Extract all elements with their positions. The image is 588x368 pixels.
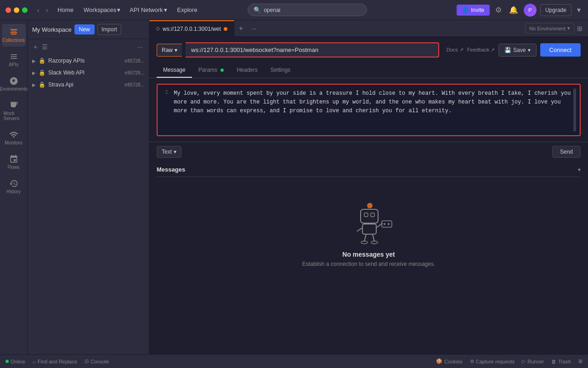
sidebar-item-history[interactable]: History xyxy=(2,175,26,198)
websocket-tab[interactable]: ⊙ ws://127.0.0.1:3001/wet xyxy=(149,20,234,37)
nav-right: 👤 Invite ⚙ 🔔 P Upgrade ▾ xyxy=(457,4,582,17)
svg-rect-4 xyxy=(362,224,376,234)
list-item[interactable]: ▶ 🔒 Razorpay APIs rr85728... xyxy=(28,55,149,67)
sidebar-item-environments[interactable]: Environments xyxy=(2,73,26,95)
add-tab-button[interactable]: + xyxy=(234,24,248,33)
console-button[interactable]: ⊡ Console xyxy=(85,358,109,364)
nav-arrows: ‹ › xyxy=(35,6,50,15)
tab-message[interactable]: Message xyxy=(157,63,192,78)
tab-params[interactable]: Params xyxy=(192,63,231,78)
empty-messages: No messages yet Establish a connection t… xyxy=(157,177,581,276)
traffic-light-yellow[interactable] xyxy=(14,7,19,13)
home-link[interactable]: Home xyxy=(54,5,77,15)
cookies-icon: 🍪 xyxy=(436,358,442,364)
search-bar[interactable]: 🔍 xyxy=(248,4,367,16)
svg-point-8 xyxy=(384,223,385,225)
messages-header: Messages ▾ xyxy=(157,161,581,177)
sidebar-item-collections[interactable]: Collections xyxy=(2,24,26,46)
sidebar-item-monitors[interactable]: Monitors xyxy=(2,126,26,149)
save-button[interactable]: 💾 Save ▾ xyxy=(498,44,536,57)
list-item[interactable]: ▶ 🔒 Strava Api rr85728... xyxy=(28,79,149,91)
request-area: Raw ▾ Docs ↗ Feedback ↗ 💾 Save ▾ Connect xyxy=(149,37,588,63)
trash-button[interactable]: 🗑 Trash xyxy=(551,359,571,364)
more-options-button[interactable]: ··· xyxy=(136,42,144,52)
layout-button[interactable]: ⊞ xyxy=(578,358,582,364)
send-bar: Text ▾ Send xyxy=(149,142,588,161)
explore-link[interactable]: Explore xyxy=(174,5,201,15)
sidebar-item-apis[interactable]: APIs xyxy=(2,48,26,71)
import-button[interactable]: Import xyxy=(97,24,121,35)
settings-button[interactable]: ⚙ xyxy=(493,4,503,16)
sidebar-item-mock-servers[interactable]: Mock Servers xyxy=(2,97,26,125)
collections-panel: My Workspace New Import + ☰ ··· ▶ 🔒 Razo… xyxy=(28,20,149,354)
messages-title: Messages xyxy=(157,166,185,173)
traffic-light-red[interactable] xyxy=(6,7,11,13)
messages-section: Messages ▾ xyxy=(149,161,588,354)
online-dot xyxy=(6,360,9,363)
format-dropdown[interactable]: Text ▾ xyxy=(157,146,181,158)
editor-scrollbar[interactable] xyxy=(573,88,576,132)
messages-collapse-button[interactable]: ▾ xyxy=(578,167,581,173)
runner-button[interactable]: ▷ Runner xyxy=(522,358,544,364)
mock-servers-icon xyxy=(9,101,18,110)
invite-button[interactable]: 👤 Invite xyxy=(457,5,490,16)
svg-point-0 xyxy=(367,203,373,208)
upgrade-chevron[interactable]: ▾ xyxy=(575,4,582,16)
connect-button[interactable]: Connect xyxy=(540,43,581,57)
empty-state-illustration xyxy=(341,196,396,251)
status-online[interactable]: Online xyxy=(6,359,25,364)
svg-rect-7 xyxy=(382,221,392,227)
cookies-button[interactable]: 🍪 Cookies xyxy=(436,358,463,364)
save-icon: 💾 xyxy=(504,47,511,53)
top-nav: ‹ › Home Workspaces ▾ API Network ▾ Expl… xyxy=(0,0,588,20)
svg-line-11 xyxy=(373,234,374,242)
tab-settings[interactable]: Settings xyxy=(264,63,297,78)
env-grid-button[interactable]: ⊞ xyxy=(577,25,582,32)
find-replace-button[interactable]: ⌕ Find and Replace xyxy=(33,359,77,364)
sidebar-icons: Collections APIs Environments Mock Serve… xyxy=(0,20,28,354)
monitors-icon xyxy=(9,130,18,139)
api-network-menu[interactable]: API Network ▾ xyxy=(127,5,170,15)
environments-icon xyxy=(9,76,18,86)
request-tabs: Message Params Headers Settings xyxy=(149,63,588,78)
avatar[interactable]: P xyxy=(524,4,537,17)
websocket-tab-icon: ⊙ xyxy=(156,26,160,32)
add-collection-button[interactable]: + xyxy=(32,42,39,52)
env-dropdown[interactable]: No Environment ▾ xyxy=(525,23,574,34)
sidebar-item-flows[interactable]: Flows xyxy=(2,151,26,173)
main-content: ⊙ ws://127.0.0.1:3001/wet + ··· No Envir… xyxy=(149,20,588,354)
status-bar: Online ⌕ Find and Replace ⊡ Console 🍪 Co… xyxy=(0,354,588,368)
capture-icon: ⊚ xyxy=(470,358,474,364)
method-select[interactable]: Raw ▾ xyxy=(157,44,182,57)
flows-icon xyxy=(9,155,18,164)
tab-label: ws://127.0.0.1:3001/wet xyxy=(163,26,221,32)
filter-button[interactable]: ☰ xyxy=(40,42,49,52)
runner-icon: ▷ xyxy=(522,358,526,364)
history-icon xyxy=(9,179,18,188)
layout-icon: ⊞ xyxy=(578,358,582,364)
tab-headers[interactable]: Headers xyxy=(230,63,264,78)
editor-text-area[interactable]: My love, every moment spent by your side… xyxy=(172,88,573,132)
lock-icon: 🔒 xyxy=(39,58,45,64)
feedback-link[interactable]: Feedback ↗ xyxy=(467,47,495,53)
back-button[interactable]: ‹ xyxy=(35,6,42,15)
url-input[interactable] xyxy=(186,42,439,58)
chevron-right-icon: ▶ xyxy=(32,58,36,63)
panel-header: My Workspace New Import xyxy=(28,20,149,39)
workspaces-menu[interactable]: Workspaces ▾ xyxy=(81,5,123,15)
list-item[interactable]: ▶ 🔒 Slack Web API rr85728... xyxy=(28,67,149,79)
docs-link[interactable]: Docs ↗ xyxy=(447,47,464,53)
forward-button[interactable]: › xyxy=(44,6,51,15)
capture-requests-button[interactable]: ⊚ Capture requests xyxy=(470,358,514,364)
send-button[interactable]: Send xyxy=(552,146,581,158)
search-input[interactable] xyxy=(264,7,361,13)
new-button[interactable]: New xyxy=(74,24,95,34)
notification-button[interactable]: 🔔 xyxy=(507,4,520,16)
traffic-light-green[interactable] xyxy=(22,7,28,13)
tab-more-button[interactable]: ··· xyxy=(248,25,260,32)
collection-toolbar: + ☰ ··· xyxy=(28,39,149,55)
svg-line-10 xyxy=(364,234,366,242)
url-actions: Docs ↗ Feedback ↗ 💾 Save ▾ Connect xyxy=(447,43,581,57)
tab-bar: ⊙ ws://127.0.0.1:3001/wet + ··· No Envir… xyxy=(149,20,588,37)
upgrade-button[interactable]: Upgrade xyxy=(540,4,571,16)
